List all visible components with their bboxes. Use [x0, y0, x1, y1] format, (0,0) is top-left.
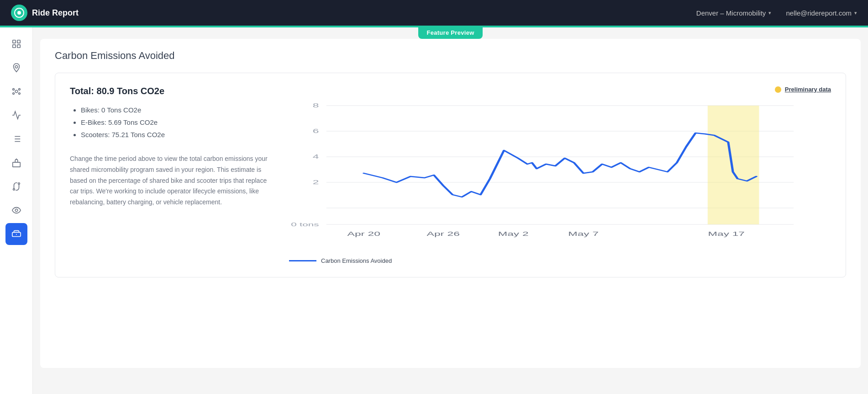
svg-point-21	[18, 183, 20, 185]
svg-text:0 tons: 0 tons	[291, 222, 319, 227]
logo-icon	[11, 5, 27, 21]
left-panel: Total: 80.9 Tons CO2e Bikes: 0 Tons CO2e…	[70, 86, 271, 208]
svg-rect-3	[17, 40, 20, 43]
svg-point-22	[15, 209, 18, 212]
svg-point-11	[18, 93, 20, 95]
svg-text:6: 6	[313, 128, 319, 134]
content-area: Feature Preview Carbon Emissions Avoided…	[33, 27, 868, 394]
svg-text:2: 2	[313, 179, 319, 185]
chart-legend-bottom: Carbon Emissions Avoided	[289, 257, 831, 264]
breakdown-scooters: Scooters: 75.21 Tons CO2e	[81, 128, 271, 141]
svg-text:Apr 26: Apr 26	[427, 231, 460, 237]
svg-point-6	[15, 65, 18, 68]
svg-point-7	[15, 90, 18, 93]
highlight-column	[708, 106, 759, 224]
total-label: Total: 80.9 Tons CO2e	[70, 86, 271, 96]
nav-right: Denver – Micromobility ▾ nelle@riderepor…	[696, 9, 857, 17]
breakdown-ebikes: E-Bikes: 5.69 Tons CO2e	[81, 116, 271, 128]
svg-text:May 2: May 2	[498, 231, 529, 237]
chart-legend-top: Preliminary data	[289, 86, 831, 93]
sidebar-item-map[interactable]	[5, 57, 27, 79]
svg-text:May 7: May 7	[568, 231, 599, 237]
page-card: Carbon Emissions Avoided Total: 80.9 Ton…	[40, 39, 861, 368]
user-menu[interactable]: nelle@ridereport.com ▾	[786, 9, 857, 17]
top-navigation: Ride Report Denver – Micromobility ▾ nel…	[0, 0, 868, 26]
svg-rect-18	[12, 162, 20, 167]
chart-line	[364, 133, 757, 197]
svg-text:8: 8	[313, 102, 319, 108]
logo-text: Ride Report	[32, 8, 79, 18]
logo-area: Ride Report	[11, 5, 79, 21]
svg-point-8	[12, 89, 14, 91]
svg-point-10	[12, 93, 14, 95]
svg-text:May 17: May 17	[708, 231, 745, 237]
chart-panel: Preliminary data 8	[289, 86, 831, 264]
chart-svg: 8 6 4 2 0 tons	[289, 96, 831, 243]
svg-text:4: 4	[313, 154, 319, 160]
svg-text:Apr 20: Apr 20	[347, 231, 380, 237]
description-text: Change the time period above to view the…	[70, 154, 271, 208]
sidebar	[0, 27, 33, 394]
chevron-down-icon: ▾	[768, 10, 771, 16]
sidebar-item-building[interactable]	[5, 152, 27, 174]
svg-rect-2	[12, 40, 15, 43]
preliminary-dot	[775, 86, 781, 93]
sidebar-item-trips[interactable]	[5, 33, 27, 55]
sidebar-item-analytics[interactable]	[5, 104, 27, 126]
svg-rect-4	[12, 45, 15, 48]
breakdown-list: Bikes: 0 Tons CO2e E-Bikes: 5.69 Tons CO…	[70, 104, 271, 141]
location-selector[interactable]: Denver – Micromobility ▾	[696, 9, 772, 17]
sidebar-item-vehicle[interactable]	[5, 223, 27, 245]
sidebar-item-list[interactable]	[5, 128, 27, 150]
sidebar-item-route[interactable]	[5, 176, 27, 197]
page-title: Carbon Emissions Avoided	[55, 50, 846, 62]
chart-area: 8 6 4 2 0 tons	[289, 96, 831, 252]
sidebar-item-cluster[interactable]	[5, 80, 27, 102]
feature-preview-badge: Feature Preview	[418, 27, 482, 39]
preliminary-label[interactable]: Preliminary data	[785, 86, 831, 93]
legend-line-indicator	[289, 260, 316, 261]
breakdown-bikes: Bikes: 0 Tons CO2e	[81, 104, 271, 116]
svg-point-20	[13, 189, 15, 191]
svg-point-9	[18, 89, 20, 91]
inner-card: Total: 80.9 Tons CO2e Bikes: 0 Tons CO2e…	[55, 73, 846, 277]
svg-rect-5	[17, 45, 20, 48]
user-chevron-icon: ▾	[854, 10, 857, 16]
legend-line-label: Carbon Emissions Avoided	[321, 257, 392, 264]
sidebar-item-wave[interactable]	[5, 199, 27, 221]
svg-point-1	[17, 11, 21, 15]
feature-preview-wrapper: Feature Preview	[33, 27, 868, 39]
